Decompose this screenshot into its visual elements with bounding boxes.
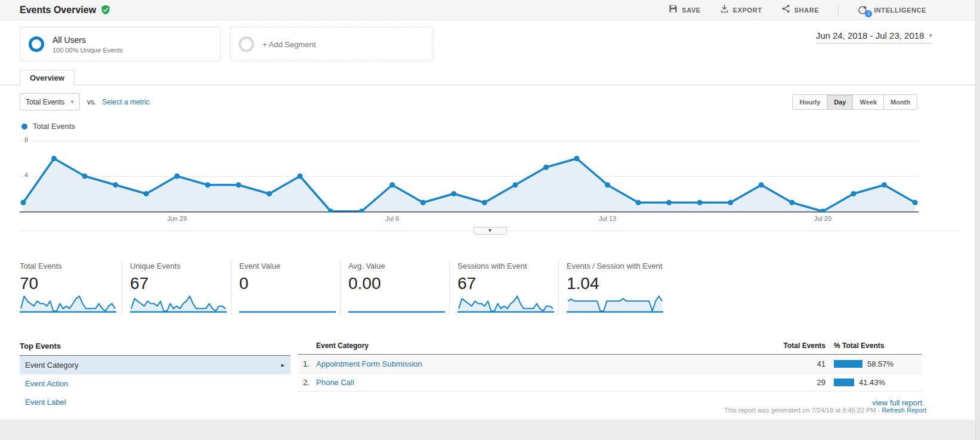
category-link[interactable]: Phone Call — [316, 378, 354, 387]
category-link[interactable]: Appointment Form Submission — [316, 359, 422, 368]
chevron-down-icon: ▼ — [487, 227, 493, 233]
table-header-row: Event Category Total Events % Total Even… — [298, 341, 922, 355]
tab-strip: Overview — [0, 69, 980, 85]
timeseries-chart[interactable]: 8 4 Jun 29 Jul 6 Jul 13 Jul 20 — [20, 136, 919, 224]
tab-overview[interactable]: Overview — [20, 70, 75, 86]
sparkline — [239, 294, 336, 314]
x-axis-tick: Jul 20 — [805, 215, 840, 222]
y-axis-tick: 8 — [24, 136, 30, 143]
share-button[interactable]: SHARE — [781, 4, 820, 16]
column-header-total-events[interactable]: Total Events — [760, 341, 826, 350]
chart-footer-divider: ▼ — [20, 230, 960, 239]
segment-subtitle: 100.00% Unique Events — [52, 47, 123, 54]
chart-controls: Total Events ▾ vs. Select a metric Hourl… — [0, 85, 980, 110]
sparkline — [457, 294, 554, 314]
scorecard-total-events[interactable]: Total Events 70 — [20, 260, 122, 315]
all-users-donut-icon — [29, 36, 44, 52]
intelligence-icon: 2 — [858, 5, 870, 16]
percent-bar — [834, 379, 854, 386]
segment-all-users[interactable]: All Users 100.00% Unique Events — [20, 27, 221, 61]
scorecard-unique-events[interactable]: Unique Events 67 — [122, 260, 231, 315]
top-events-panel: Top Events Event Category ▸ Event Action… — [20, 341, 290, 411]
chevron-down-icon: ▾ — [70, 98, 74, 106]
granularity-toggle: Hourly Day Week Month — [792, 94, 917, 110]
report-body: All Users 100.00% Unique Events + Add Se… — [0, 20, 980, 420]
percent-text: 41.43% — [859, 378, 885, 387]
sparkline — [130, 294, 227, 314]
legend-label: Total Events — [33, 122, 75, 131]
event-category-table: Event Category Total Events % Total Even… — [298, 341, 922, 407]
scorecard-sessions-with-event[interactable]: Sessions with Event 67 — [450, 260, 559, 315]
scrollbar[interactable] — [975, 0, 980, 440]
column-header-event-category[interactable]: Event Category — [298, 341, 760, 350]
share-icon — [781, 4, 790, 16]
toolbar-divider — [838, 5, 839, 16]
scorecard-events-per-session[interactable]: Events / Session with Event 1.04 — [559, 260, 695, 315]
select-metric-link[interactable]: Select a metric — [102, 98, 149, 106]
column-header-percent-total[interactable]: % Total Events — [826, 341, 922, 350]
x-axis-tick: Jun 29 — [159, 215, 195, 222]
date-caret-icon: ▾ — [929, 32, 932, 39]
row-total: 41 — [760, 359, 826, 368]
top-events-header: Top Events — [20, 341, 290, 356]
scorecards-row: Total Events 70 Unique Events 67 Event V… — [20, 260, 980, 315]
sparkline — [567, 294, 663, 314]
y-axis-tick: 4 — [24, 171, 30, 179]
save-icon — [669, 4, 678, 16]
segment-title: All Users — [52, 35, 123, 45]
export-icon — [720, 4, 729, 16]
table-row: 1. Appointment Form Submission 41 58.57% — [298, 355, 922, 373]
chart-canvas — [20, 136, 919, 213]
metric-dropdown[interactable]: Total Events ▾ — [20, 93, 80, 110]
bottom-section: Top Events Event Category ▸ Event Action… — [20, 341, 922, 411]
segments-row: All Users 100.00% Unique Events + Add Se… — [0, 20, 980, 61]
chevron-right-icon: ▸ — [281, 356, 285, 374]
vs-label: vs. — [87, 98, 96, 106]
export-button[interactable]: EXPORT — [720, 4, 762, 16]
intelligence-badge: 2 — [865, 10, 872, 17]
top-events-item-event-action[interactable]: Event Action — [20, 374, 290, 393]
top-events-item-event-category[interactable]: Event Category ▸ — [20, 356, 290, 374]
shield-check-icon — [101, 5, 110, 15]
granularity-month-button[interactable]: Month — [884, 94, 917, 110]
x-axis-tick: Jul 6 — [375, 215, 410, 222]
metric-dropdown-value: Total Events — [26, 98, 64, 106]
scorecard-avg-value[interactable]: Avg. Value 0.00 — [341, 260, 450, 315]
date-range-selector[interactable]: Jun 24, 2018 - Jul 23, 2018 ▾ — [816, 30, 932, 44]
row-total: 29 — [760, 378, 826, 387]
refresh-report-link[interactable]: Refresh Report — [882, 407, 926, 414]
legend-dot-icon — [21, 124, 27, 130]
add-segment-button[interactable]: + Add Segment — [230, 27, 434, 61]
intelligence-button[interactable]: 2 INTELLIGENCE — [858, 5, 926, 16]
row-rank: 1. — [303, 359, 316, 368]
granularity-hourly-button[interactable]: Hourly — [792, 94, 827, 110]
row-rank: 2. — [303, 378, 316, 387]
top-events-item-event-label[interactable]: Event Label — [20, 393, 290, 411]
date-range-text: Jun 24, 2018 - Jul 23, 2018 — [816, 30, 925, 41]
generated-text: This report was generated on 7/24/18 at … — [724, 407, 882, 414]
collapse-chart-button[interactable]: ▼ — [474, 227, 507, 235]
save-button[interactable]: SAVE — [669, 4, 701, 16]
percent-text: 58.57% — [867, 359, 894, 368]
granularity-day-button[interactable]: Day — [827, 94, 853, 110]
page-title: Events Overview — [20, 5, 96, 16]
view-full-report-link[interactable]: view full report — [872, 398, 922, 407]
x-axis-tick: Jul 13 — [589, 215, 625, 222]
sparkline — [20, 294, 116, 314]
add-segment-donut-icon — [239, 36, 254, 52]
sparkline — [348, 294, 445, 314]
top-action-bar: Events Overview SAVE EXPORT SHARE — [0, 0, 980, 20]
granularity-week-button[interactable]: Week — [853, 94, 884, 110]
report-footer: This report was generated on 7/24/18 at … — [724, 407, 926, 414]
scorecard-event-value[interactable]: Event Value 0 — [231, 260, 341, 315]
chart-legend: Total Events — [0, 110, 980, 131]
table-row: 2. Phone Call 29 41.43% — [298, 373, 922, 392]
percent-bar — [834, 360, 862, 368]
